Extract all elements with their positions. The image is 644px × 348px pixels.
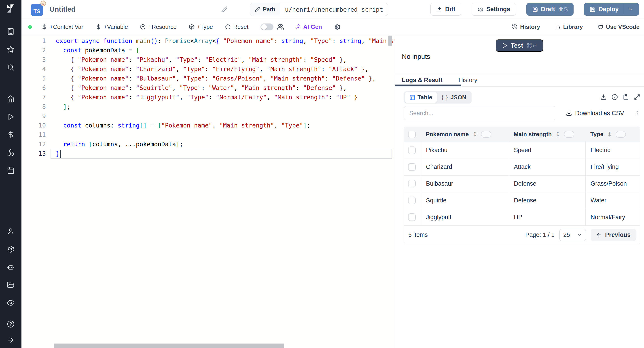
sidebar-item-search-icon[interactable] xyxy=(7,64,14,71)
column-pill-toggle[interactable] xyxy=(616,131,626,138)
chevron-down-icon[interactable] xyxy=(628,7,633,12)
expand-icon[interactable] xyxy=(634,94,640,100)
arrow-left-icon xyxy=(596,232,602,238)
editor-settings-gear-icon[interactable] xyxy=(334,24,340,30)
sidebar-item-help-circle-icon[interactable] xyxy=(7,320,14,328)
package-icon xyxy=(189,24,194,30)
table-footer: 5 items Page: 1 / 1 25 Previous xyxy=(404,226,640,244)
code-line[interactable]: const columns: string[] = ["Pokemon name… xyxy=(56,121,392,130)
sidebar-item-boxes-icon[interactable] xyxy=(7,149,14,156)
code-line[interactable] xyxy=(56,112,392,121)
sort-icon[interactable]: ↕ xyxy=(607,131,612,138)
table-cell: Fire/Flying xyxy=(586,159,640,175)
select-all-checkbox[interactable] xyxy=(408,130,416,138)
edit-title-pencil-icon[interactable] xyxy=(221,6,228,12)
diff-button[interactable]: Diff xyxy=(430,3,461,16)
vertical-scrollbar-thumb[interactable] xyxy=(388,36,392,46)
sort-icon[interactable]: ↕ xyxy=(472,131,478,138)
library-icon xyxy=(555,24,561,30)
row-checkbox[interactable] xyxy=(408,196,416,204)
deploy-button[interactable]: Deploy xyxy=(584,3,639,16)
code-line[interactable]: ]; xyxy=(56,102,392,112)
download-csv-button[interactable]: Download as CSV xyxy=(566,110,624,117)
reset-button[interactable]: Reset xyxy=(225,24,248,30)
sidebar-item-user-icon[interactable] xyxy=(7,228,14,235)
code-editor[interactable]: 12345678910111213 export async function … xyxy=(22,35,395,348)
add-resource-button[interactable]: +Resource xyxy=(140,24,176,30)
sidebar-item-calendar-icon[interactable] xyxy=(7,166,14,174)
test-button[interactable]: Test ⌘↵ xyxy=(496,39,543,52)
draft-button[interactable]: Draft ⌘S xyxy=(526,3,574,16)
code-line[interactable] xyxy=(56,130,392,140)
diff-mode-toggle[interactable] xyxy=(260,24,274,30)
sidebar-item-arrow-right-icon[interactable] xyxy=(7,336,14,344)
sidebar-item-play-icon[interactable] xyxy=(7,113,14,120)
ai-gen-button[interactable]: AI Gen xyxy=(295,24,322,30)
library-button[interactable]: Library xyxy=(555,24,583,30)
column-pill-toggle[interactable] xyxy=(481,131,491,138)
chevron-down-icon xyxy=(577,232,582,237)
horizontal-scrollbar-thumb[interactable] xyxy=(54,344,284,348)
column-header-type[interactable]: Type ↕ xyxy=(586,131,640,138)
info-icon[interactable] xyxy=(612,94,618,100)
code-line[interactable]: } xyxy=(56,149,392,158)
sidebar-item-dollar-icon[interactable] xyxy=(7,131,14,138)
code-line[interactable]: return [columns, ...pokemonData]; xyxy=(56,140,392,149)
windmill-logo-icon[interactable] xyxy=(6,4,16,14)
code-line[interactable]: { "Pokemon name": "Bulbasaur", "Type": "… xyxy=(56,74,392,83)
copy-clipboard-icon[interactable] xyxy=(623,94,629,100)
table-cell: Normal/Fairy xyxy=(586,209,640,226)
table-row: CharizardAttackFire/Flying xyxy=(404,159,640,176)
users-icon[interactable] xyxy=(277,24,284,30)
settings-button[interactable]: Settings xyxy=(472,3,516,16)
path-value[interactable]: u/henri/unencumbered_script xyxy=(280,3,388,16)
view-json-button[interactable]: { } JSON xyxy=(437,92,471,103)
path-label: Path xyxy=(263,6,275,13)
table-cell: Jigglypuff xyxy=(421,209,509,226)
row-checkbox[interactable] xyxy=(408,180,416,188)
sidebar-item-eye-icon[interactable] xyxy=(7,299,14,306)
line-number: 9 xyxy=(22,112,46,121)
sort-icon[interactable]: ↕ xyxy=(555,131,560,138)
code-line[interactable]: const pokemonData = [ xyxy=(56,46,392,55)
column-header-main-strength[interactable]: Main strength ↕ xyxy=(509,131,586,138)
row-checkbox[interactable] xyxy=(408,146,416,154)
rotate-icon xyxy=(225,24,231,30)
code-line[interactable]: { "Pokemon name": "Pikachu", "Type": "El… xyxy=(56,55,392,64)
line-number: 12 xyxy=(22,140,46,149)
sidebar-item-settings-icon[interactable] xyxy=(7,245,14,253)
view-table-button[interactable]: Table xyxy=(405,92,437,103)
page-indicator: Page: 1 / 1 xyxy=(525,232,554,238)
row-checkbox[interactable] xyxy=(408,163,416,171)
code-line[interactable]: { "Pokemon name": "Squirtle", "Type": "W… xyxy=(56,83,392,92)
path-label-section[interactable]: Path xyxy=(250,3,280,16)
row-checkbox-cell xyxy=(404,176,421,192)
code-line[interactable]: export async function main(): Promise<Ar… xyxy=(56,36,392,46)
history-button[interactable]: History xyxy=(512,24,540,30)
sidebar-group-3 xyxy=(7,320,14,344)
sidebar-item-home-icon[interactable] xyxy=(7,95,14,103)
previous-page-button[interactable]: Previous xyxy=(591,229,636,241)
sidebar-item-building-icon[interactable] xyxy=(7,28,14,35)
column-pill-toggle[interactable] xyxy=(564,131,574,138)
row-checkbox[interactable] xyxy=(408,213,416,221)
add-type-button[interactable]: +Type xyxy=(189,24,213,30)
tab-logs-result[interactable]: Logs & Result xyxy=(402,77,442,84)
use-vscode-button[interactable]: Use VScode xyxy=(598,24,640,30)
sidebar-group-1 xyxy=(7,95,14,174)
sidebar xyxy=(0,0,22,348)
add-context-var-button[interactable]: +Context Var xyxy=(41,24,84,30)
code-lines[interactable]: export async function main(): Promise<Ar… xyxy=(56,36,392,158)
sidebar-item-folder-open-icon[interactable] xyxy=(7,281,14,289)
add-variable-button[interactable]: +Variable xyxy=(96,24,128,30)
download-icon[interactable] xyxy=(600,94,607,100)
search-input[interactable] xyxy=(404,106,555,120)
sidebar-item-star-icon[interactable] xyxy=(7,46,14,53)
more-options-kebab-icon[interactable] xyxy=(634,110,640,116)
sidebar-item-bot-icon[interactable] xyxy=(7,263,14,271)
code-line[interactable]: { "Pokemon name": "Jigglypuff", "Type": … xyxy=(56,92,392,102)
tab-history[interactable]: History xyxy=(459,77,478,84)
column-header-pokemon-name[interactable]: Pokemon name ↕ xyxy=(421,131,509,138)
page-size-select[interactable]: 25 xyxy=(560,229,586,241)
code-line[interactable]: { "Pokemon name": "Charizard", "Type": "… xyxy=(56,64,392,74)
